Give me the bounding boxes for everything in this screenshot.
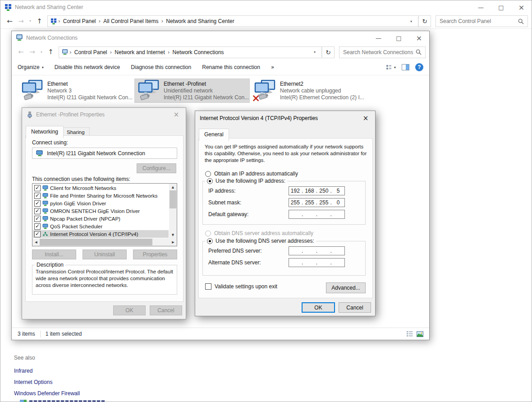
default-gateway-field[interactable]: ... bbox=[289, 210, 345, 219]
item-checkbox[interactable] bbox=[34, 216, 41, 222]
close-icon[interactable]: × bbox=[409, 31, 429, 45]
radio-obtain-ip[interactable]: Obtain an IP address automatically bbox=[205, 171, 298, 177]
list-item[interactable]: QoS Packet Scheduler bbox=[33, 222, 169, 230]
address-dropdown-icon[interactable]: ▾ bbox=[407, 19, 415, 23]
preview-pane-button[interactable] bbox=[402, 64, 409, 70]
recent-pages-icon[interactable]: ▾ bbox=[38, 51, 45, 54]
cancel-button[interactable]: Cancel bbox=[150, 305, 182, 315]
item-checkbox[interactable] bbox=[34, 200, 41, 207]
octet[interactable]: 168 bbox=[303, 188, 316, 194]
forward-icon[interactable]: → bbox=[15, 18, 27, 25]
disable-device-command[interactable]: Disable this network device bbox=[55, 64, 120, 70]
radio-selected-icon[interactable] bbox=[207, 178, 213, 184]
connection-items-list[interactable]: Client for Microsoft Networks File and P… bbox=[32, 183, 177, 246]
organize-menu[interactable]: Organize ▾ bbox=[18, 64, 44, 70]
main-breadcrumb[interactable]: Control Panel All Control Panel Items Ne… bbox=[47, 15, 418, 27]
search-icon[interactable] bbox=[416, 49, 422, 55]
octet[interactable]: 250 bbox=[318, 188, 330, 194]
forward-icon[interactable]: → bbox=[27, 49, 38, 55]
back-icon[interactable]: ← bbox=[15, 49, 27, 55]
breadcrumb-item[interactable]: Control Panel bbox=[73, 49, 109, 55]
search-input[interactable] bbox=[343, 49, 416, 55]
link-infrared[interactable]: Infrared bbox=[14, 368, 80, 374]
subnet-mask-field[interactable]: 255.255.255.0 bbox=[289, 198, 345, 207]
properties-button[interactable]: Properties bbox=[133, 250, 177, 259]
list-item[interactable]: pylon GigE Vision Driver bbox=[33, 199, 169, 207]
breadcrumb-item[interactable]: Network and Internet bbox=[113, 49, 166, 55]
search-icon[interactable] bbox=[518, 18, 524, 24]
breadcrumb-item[interactable]: Control Panel bbox=[62, 18, 97, 24]
radio-selected-icon[interactable] bbox=[207, 238, 213, 244]
link-windows-defender-firewall[interactable]: Windows Defender Firewall bbox=[14, 390, 80, 397]
advanced-button[interactable]: Advanced... bbox=[326, 282, 366, 293]
scrollbar-thumb[interactable] bbox=[170, 190, 176, 208]
minimize-icon[interactable]: — bbox=[368, 31, 389, 45]
item-checkbox[interactable] bbox=[34, 185, 41, 191]
uninstall-button[interactable]: Uninstall bbox=[83, 250, 127, 259]
maximize-icon[interactable]: □ bbox=[491, 0, 511, 14]
search-input[interactable] bbox=[440, 18, 518, 24]
back-icon[interactable]: ← bbox=[4, 18, 15, 25]
connection-tile-ethernet-profinet[interactable]: Ethernet -Profinet Unidentified network … bbox=[134, 79, 250, 103]
tab-networking[interactable]: Networking bbox=[26, 126, 64, 138]
octet[interactable]: 5 bbox=[332, 188, 344, 194]
radio-obtain-dns[interactable]: Obtain DNS server address automatically bbox=[205, 230, 313, 236]
maximize-icon[interactable]: □ bbox=[389, 31, 409, 45]
item-checkbox[interactable] bbox=[34, 223, 41, 230]
alternate-dns-field[interactable]: ... bbox=[289, 258, 345, 267]
configure-button[interactable]: Configure... bbox=[137, 163, 176, 173]
list-item-selected[interactable]: Internet Protocol Version 4 (TCP/IPv4) bbox=[33, 230, 169, 238]
link-internet-options[interactable]: Internet Options bbox=[14, 379, 80, 385]
checkbox-unchecked-icon[interactable] bbox=[205, 283, 211, 290]
up-icon[interactable]: ↑ bbox=[34, 18, 45, 25]
tab-general[interactable]: General bbox=[199, 129, 229, 141]
connection-tile-ethernet2[interactable]: × Ethernet2 Network cable unplugged Inte… bbox=[251, 79, 366, 103]
up-icon[interactable]: ↑ bbox=[45, 49, 56, 55]
change-view-button[interactable]: ▾ bbox=[386, 65, 396, 70]
list-item[interactable]: Client for Microsoft Networks bbox=[33, 184, 169, 192]
details-view-icon[interactable] bbox=[407, 331, 413, 337]
scroll-down-icon[interactable]: ▼ bbox=[169, 231, 177, 238]
address-dropdown-icon[interactable]: ▾ bbox=[311, 50, 319, 54]
help-icon[interactable]: ? bbox=[415, 63, 423, 71]
breadcrumb-item[interactable]: Network and Sharing Center bbox=[165, 18, 235, 24]
octet[interactable]: 255 bbox=[318, 199, 330, 206]
refresh-icon[interactable]: ↻ bbox=[418, 15, 431, 27]
close-icon[interactable]: × bbox=[356, 111, 375, 125]
close-icon[interactable]: × bbox=[167, 108, 186, 121]
item-checkbox[interactable] bbox=[34, 208, 41, 214]
octet[interactable]: 0 bbox=[332, 199, 344, 206]
radio-use-ip[interactable]: Use the following IP address: bbox=[205, 178, 287, 184]
scroll-up-icon[interactable]: ▲ bbox=[169, 184, 177, 190]
octet[interactable]: 255 bbox=[303, 199, 316, 206]
radio-unselected-icon[interactable] bbox=[205, 171, 211, 177]
ok-button[interactable]: OK bbox=[113, 305, 146, 315]
ip-address-field[interactable]: 192.168.250.5 bbox=[289, 186, 345, 195]
list-item[interactable]: OMRON SENTECH GigE Vision Driver bbox=[33, 207, 169, 215]
list-item[interactable]: Npcap Packet Driver (NPCAP) bbox=[33, 215, 169, 222]
ok-button[interactable]: OK bbox=[302, 302, 335, 313]
cancel-button[interactable]: Cancel bbox=[339, 302, 371, 313]
minimize-icon[interactable]: — bbox=[471, 0, 491, 14]
vertical-scrollbar[interactable]: ▲ ▼ bbox=[169, 184, 177, 238]
scroll-left-icon[interactable]: ◀ bbox=[32, 240, 40, 244]
breadcrumb-item[interactable]: All Control Panel Items bbox=[102, 18, 160, 24]
refresh-icon[interactable]: ↻ bbox=[322, 46, 335, 58]
large-icons-view-icon[interactable] bbox=[417, 331, 423, 337]
radio-use-dns[interactable]: Use the following DNS server addresses: bbox=[205, 238, 316, 244]
scroll-right-icon[interactable]: ▶ bbox=[170, 240, 177, 244]
recent-pages-icon[interactable]: ▾ bbox=[27, 19, 34, 23]
validate-settings-checkbox[interactable]: Validate settings upon exit bbox=[205, 283, 277, 290]
diagnose-connection-command[interactable]: Diagnose this connection bbox=[131, 64, 191, 70]
breadcrumb-item[interactable]: Network Connections bbox=[171, 49, 225, 55]
rename-connection-command[interactable]: Rename this connection bbox=[202, 64, 260, 70]
item-checkbox[interactable] bbox=[34, 193, 41, 199]
toolbar-overflow-icon[interactable]: » bbox=[271, 64, 274, 70]
list-item[interactable]: File and Printer Sharing for Microsoft N… bbox=[33, 192, 169, 199]
close-icon[interactable]: × bbox=[511, 0, 532, 14]
install-button[interactable]: Install... bbox=[32, 250, 76, 259]
nc-breadcrumb[interactable]: Control Panel Network and Internet Netwo… bbox=[59, 46, 322, 58]
preferred-dns-field[interactable]: ... bbox=[289, 246, 345, 255]
scrollbar-thumb[interactable] bbox=[40, 239, 152, 245]
horizontal-scrollbar[interactable]: ◀ ▶ bbox=[32, 238, 177, 246]
